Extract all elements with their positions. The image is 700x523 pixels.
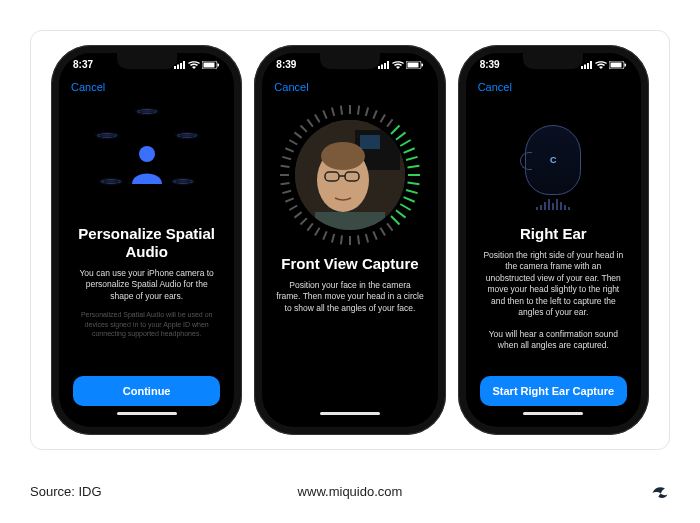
notch — [523, 53, 583, 69]
status-icons — [174, 61, 220, 69]
notch — [320, 53, 380, 69]
start-capture-button[interactable]: Start Right Ear Capture — [480, 376, 627, 406]
notch — [117, 53, 177, 69]
camera-preview — [295, 120, 405, 230]
svg-rect-27 — [590, 61, 592, 69]
svg-rect-17 — [360, 135, 380, 149]
canvas: 8:37 Cancel — [0, 0, 700, 523]
content-3: C Right Ear Position the right side of y… — [466, 99, 641, 427]
svg-rect-1 — [177, 64, 179, 69]
screen-2: 8:39 Cancel — [262, 53, 437, 427]
face-capture-ring — [280, 105, 420, 245]
svg-rect-26 — [587, 63, 589, 69]
status-time: 8:39 — [480, 59, 500, 70]
ear-label: C — [550, 155, 557, 165]
battery-icon — [202, 61, 220, 69]
svg-rect-0 — [174, 66, 176, 69]
status-time: 8:37 — [73, 59, 93, 70]
screen-description: Position the right side of your head in … — [480, 250, 627, 319]
cancel-button[interactable]: Cancel — [71, 81, 105, 93]
svg-rect-11 — [387, 61, 389, 69]
miquido-logo-icon — [650, 481, 670, 501]
home-indicator[interactable] — [320, 412, 380, 415]
wifi-icon — [392, 61, 404, 69]
continue-button[interactable]: Continue — [73, 376, 220, 406]
source-label: Source: IDG — [30, 484, 102, 499]
cancel-button[interactable]: Cancel — [478, 81, 512, 93]
svg-rect-5 — [204, 62, 215, 67]
svg-rect-14 — [421, 63, 423, 66]
svg-rect-8 — [378, 66, 380, 69]
svg-rect-29 — [610, 62, 621, 67]
screen-description: Position your face in the camera frame. … — [276, 280, 423, 314]
cancel-button[interactable]: Cancel — [274, 81, 308, 93]
person-icon — [130, 144, 164, 184]
svg-rect-9 — [381, 64, 383, 69]
status-time: 8:39 — [276, 59, 296, 70]
status-icons — [581, 61, 627, 69]
wifi-icon — [188, 61, 200, 69]
phone-1: 8:37 Cancel — [51, 45, 242, 435]
content-1: Personalize Spatial Audio You can use yo… — [59, 99, 234, 427]
screen-fineprint: Personalized Spatial Audio will be used … — [73, 310, 220, 337]
soundwave-icon — [536, 199, 570, 210]
svg-point-7 — [139, 146, 155, 162]
svg-rect-6 — [218, 63, 220, 66]
svg-rect-13 — [407, 62, 418, 67]
svg-rect-24 — [581, 66, 583, 69]
status-icons — [378, 61, 424, 69]
spatial-audio-graphic — [87, 105, 207, 215]
ear-capture-graphic: C — [488, 105, 618, 215]
home-indicator[interactable] — [117, 412, 177, 415]
battery-icon — [406, 61, 424, 69]
phone-3: 8:39 Cancel C — [458, 45, 649, 435]
svg-rect-2 — [180, 63, 182, 69]
ear-icon — [520, 152, 532, 170]
svg-rect-30 — [624, 63, 626, 66]
battery-icon — [609, 61, 627, 69]
footer: Source: IDG www.miquido.com — [30, 481, 670, 501]
screen-3: 8:39 Cancel C — [466, 53, 641, 427]
screenshot-frame: 8:37 Cancel — [30, 30, 670, 450]
svg-rect-10 — [384, 63, 386, 69]
screen-title: Personalize Spatial Audio — [73, 225, 220, 261]
site-url: www.miquido.com — [298, 484, 403, 499]
head-outline-icon: C — [525, 125, 581, 195]
svg-point-19 — [321, 142, 365, 170]
content-2: Front View Capture Position your face in… — [262, 99, 437, 427]
wifi-icon — [595, 61, 607, 69]
face-placeholder-icon — [295, 120, 405, 230]
home-indicator[interactable] — [523, 412, 583, 415]
screen-description: You can use your iPhone camera to person… — [73, 268, 220, 302]
phone-2: 8:39 Cancel — [254, 45, 445, 435]
screen-title: Front View Capture — [281, 255, 418, 273]
svg-rect-3 — [183, 61, 185, 69]
screen-description-2: You will hear a confirmation sound when … — [480, 329, 627, 352]
svg-rect-25 — [584, 64, 586, 69]
screen-title: Right Ear — [520, 225, 587, 243]
screen-1: 8:37 Cancel — [59, 53, 234, 427]
